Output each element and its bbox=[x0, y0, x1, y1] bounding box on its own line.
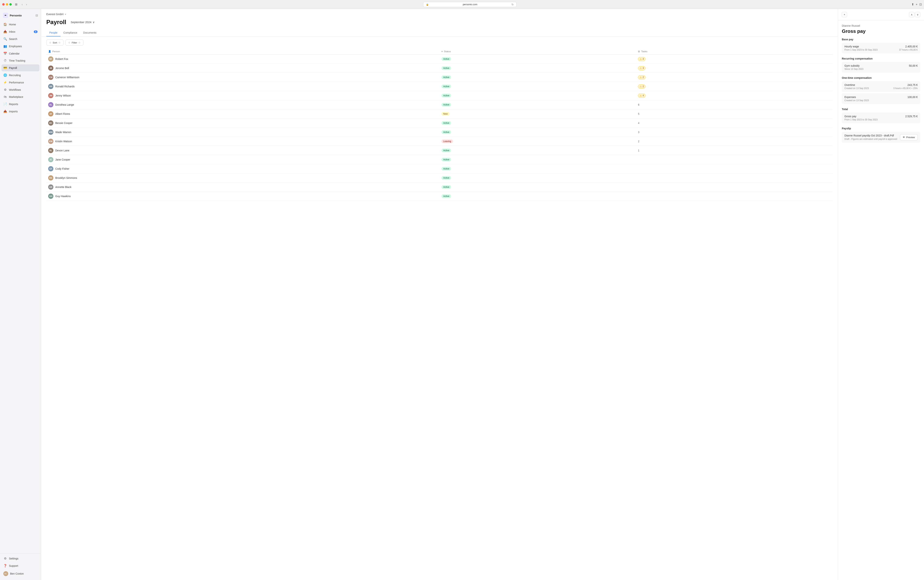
status-cell-12: Active bbox=[440, 164, 636, 173]
employee-avatar: RF bbox=[48, 56, 53, 62]
preview-label: Preview bbox=[906, 136, 915, 139]
status-cell-3: Active bbox=[440, 82, 636, 91]
reload-button[interactable]: ↻ bbox=[512, 3, 514, 6]
rp-base-pay-row: Hourly wage 2.405,00 € bbox=[845, 45, 917, 48]
sidebar-item-inbox[interactable]: 📥 Inbox 6 bbox=[2, 28, 40, 35]
user-profile-item[interactable]: BC Ben Coxton bbox=[2, 570, 40, 578]
tab-documents[interactable]: Documents bbox=[80, 29, 99, 36]
status-cell-7: Active bbox=[440, 119, 636, 128]
period-text: September 2024 bbox=[71, 21, 91, 24]
sidebar-item-settings[interactable]: ⚙ Settings bbox=[2, 555, 40, 562]
sidebar-label-payroll: Payroll bbox=[9, 66, 38, 69]
table-row[interactable]: KW Kristin Watson Leaving2 bbox=[46, 137, 833, 146]
address-bar[interactable]: 🔒 personio.com ↻ bbox=[423, 2, 516, 7]
employee-avatar: KW bbox=[48, 139, 53, 144]
col-header-person: 👤 Person bbox=[46, 49, 440, 54]
share-button[interactable]: ⬆ bbox=[911, 3, 914, 6]
col-header-status: ≡ Status bbox=[440, 49, 636, 54]
table-row[interactable]: BC Bessie Cooper Active4 bbox=[46, 119, 833, 128]
table-row[interactable]: JB Jerome Bell Active⚠3 bbox=[46, 64, 833, 73]
sidebar-item-search[interactable]: 🔍 Search bbox=[2, 35, 40, 42]
search-icon: 🔍 bbox=[3, 37, 7, 41]
period-chevron-icon: ∨ bbox=[92, 21, 95, 24]
new-tab-button[interactable]: + bbox=[916, 3, 917, 6]
sort-button[interactable]: ☆ Sort ☆ bbox=[46, 40, 63, 46]
logo-text: Personio bbox=[10, 14, 21, 17]
close-traffic-light[interactable] bbox=[2, 3, 5, 6]
rp-onetime-item-0: Overtime 243,75 € Created on 13 Sep 2023… bbox=[842, 81, 920, 92]
table-row[interactable]: WW Wade Warren Active3 bbox=[46, 128, 833, 137]
table-row[interactable]: RR Ronald Richards Active⚠2 bbox=[46, 82, 833, 91]
back-button[interactable]: ‹ bbox=[21, 2, 24, 7]
employee-avatar: DL bbox=[48, 102, 53, 107]
forward-button[interactable]: › bbox=[25, 2, 28, 7]
table-row[interactable]: GH Guy Hawkins Active bbox=[46, 192, 833, 201]
right-panel-prev-button[interactable]: ∧ bbox=[909, 12, 914, 17]
tab-compliance[interactable]: Compliance bbox=[61, 29, 80, 36]
table-row[interactable]: AB Annette Black Active bbox=[46, 183, 833, 192]
rp-total-sub-row: From 1 Sep 2023 to 30 Sep 2023 bbox=[845, 118, 917, 121]
sidebar-item-workflows[interactable]: ⚙ Workflows bbox=[2, 86, 40, 93]
home-icon: 🏠 bbox=[3, 23, 7, 26]
rp-base-pay-sub-row: From 1 Sep 2023 to 30 Sep 2023 37 hours … bbox=[845, 48, 917, 51]
right-panel-next-button[interactable]: ∨ bbox=[915, 12, 920, 17]
rp-total-sub: From 1 Sep 2023 to 30 Sep 2023 bbox=[845, 119, 878, 121]
company-selector[interactable]: Everest GmbH ∨ bbox=[46, 13, 833, 16]
sidebar-label-imports: Imports bbox=[9, 110, 38, 113]
employee-name: Brooklyn Simmons bbox=[55, 176, 77, 180]
tab-overview-button[interactable]: ⊡ bbox=[919, 3, 922, 6]
maximize-traffic-light[interactable] bbox=[9, 3, 12, 6]
period-selector[interactable]: September 2024 ∨ bbox=[69, 20, 96, 25]
status-cell-9: Leaving bbox=[440, 137, 636, 146]
sidebar-item-marketplace[interactable]: 🛍 Marketplace bbox=[2, 94, 40, 100]
sidebar-item-recruiting[interactable]: 🌐 Recruiting bbox=[2, 72, 40, 79]
table-header-row: 👤 Person ≡ Status bbox=[46, 49, 833, 54]
sidebar-item-support[interactable]: ❓ Support bbox=[2, 562, 40, 569]
table-row[interactable]: DL Devon Lane Active1 bbox=[46, 146, 833, 155]
table-body: RF Robert Fox Active⚠4 JB Jerome Bell Ac… bbox=[46, 54, 833, 201]
preview-button[interactable]: 👁 Preview bbox=[900, 134, 917, 140]
rp-employee-name: Dianne Russel bbox=[842, 24, 920, 27]
table-row[interactable]: AF Albert Flores New5 bbox=[46, 109, 833, 119]
rp-onetime-row-1: Expenses 100,00 € bbox=[845, 96, 917, 99]
tab-nav: People Compliance Documents bbox=[46, 29, 833, 36]
person-cell-1: JB Jerome Bell bbox=[46, 64, 440, 73]
sidebar-item-time-tracking[interactable]: ⏱ Time Tracking bbox=[2, 57, 40, 64]
sidebar-toggle-btn[interactable]: ⊞ bbox=[14, 2, 18, 7]
tasks-cell-13 bbox=[636, 173, 833, 183]
tasks-cell-15 bbox=[636, 192, 833, 201]
sidebar-item-employees[interactable]: 👥 Employees bbox=[2, 43, 40, 49]
filter-button[interactable]: ☆ Filter ☆ bbox=[65, 40, 84, 46]
table-row[interactable]: CW Cameron Williamson Active⚠2 bbox=[46, 73, 833, 82]
table-row[interactable]: JW Jenny Wilson Active⚠4 bbox=[46, 91, 833, 100]
employee-avatar: CW bbox=[48, 75, 53, 80]
table-row[interactable]: DL Dorothea Lange Active6 bbox=[46, 100, 833, 109]
sidebar-item-payroll[interactable]: 💳 Payroll bbox=[2, 64, 40, 71]
right-panel-close-button[interactable]: × bbox=[842, 12, 847, 17]
sidebar-item-home[interactable]: 🏠 Home bbox=[2, 21, 40, 28]
table-row[interactable]: JC Jane Cooper Active bbox=[46, 155, 833, 164]
tab-people[interactable]: People bbox=[46, 29, 61, 36]
person-cell-15: GH Guy Hawkins bbox=[46, 192, 440, 201]
employee-avatar: AB bbox=[48, 185, 53, 189]
rp-payslip-info: Dianne Russel payslip Oct 2023 - draft.P… bbox=[845, 134, 897, 140]
sidebar-item-reports[interactable]: 📄 Reports bbox=[2, 101, 40, 107]
sidebar-item-performance[interactable]: ⚡ Performance bbox=[2, 79, 40, 86]
status-badge: Active bbox=[441, 103, 451, 107]
table-row[interactable]: CF Cody Fisher Active bbox=[46, 164, 833, 173]
sidebar-label-workflows: Workflows bbox=[9, 88, 38, 91]
sidebar-item-calendar[interactable]: 📅 Calendar bbox=[2, 50, 40, 57]
rp-total-row: Gross pay 2.529,75 € bbox=[845, 115, 917, 118]
address-bar-container: 🔒 personio.com ↻ bbox=[30, 2, 909, 7]
payroll-icon: 💳 bbox=[3, 66, 7, 70]
time-tracking-icon: ⏱ bbox=[3, 59, 7, 63]
table-row[interactable]: BS Brooklyn Simmons Active bbox=[46, 173, 833, 183]
alert-icon: ⚠ bbox=[640, 94, 642, 97]
rp-total-label: Gross pay bbox=[845, 115, 856, 118]
calendar-icon: 📅 bbox=[3, 52, 7, 55]
rp-base-pay-section: Base pay Hourly wage 2.405,00 € From 1 S… bbox=[842, 38, 920, 53]
minimize-traffic-light[interactable] bbox=[6, 3, 8, 6]
layout-toggle-button[interactable]: ⊟ bbox=[35, 14, 38, 17]
table-row[interactable]: RF Robert Fox Active⚠4 bbox=[46, 54, 833, 64]
sidebar-item-imports[interactable]: 📤 Imports bbox=[2, 108, 40, 115]
